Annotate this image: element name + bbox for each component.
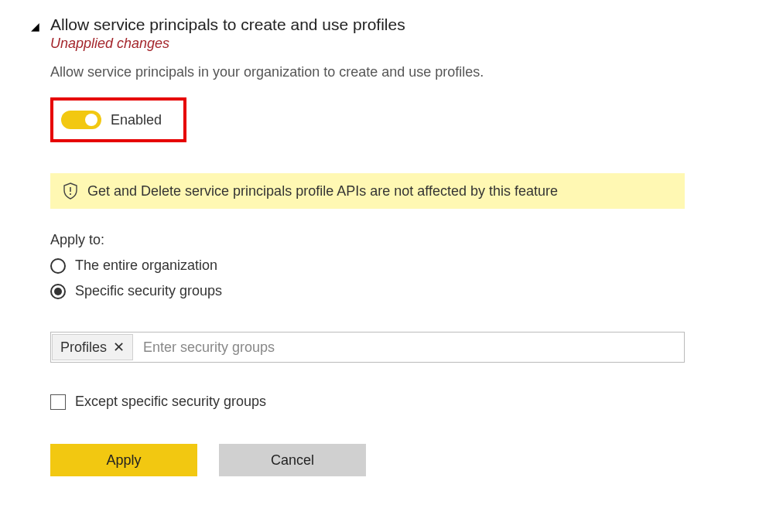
collapse-caret-icon[interactable]: ◢ xyxy=(31,15,39,32)
setting-body: Allow service principals to create and u… xyxy=(50,15,728,476)
toggle-knob xyxy=(85,114,97,126)
setting-title: Allow service principals to create and u… xyxy=(50,15,728,34)
radio-selected-dot xyxy=(54,288,62,295)
security-group-chip: Profiles ✕ xyxy=(52,334,133,360)
toggle-state-label: Enabled xyxy=(111,112,162,128)
info-banner: Get and Delete service principals profil… xyxy=(50,173,685,209)
shield-warning-icon xyxy=(63,182,78,200)
info-banner-text: Get and Delete service principals profil… xyxy=(87,183,558,200)
apply-button[interactable]: Apply xyxy=(50,444,197,476)
except-groups-checkbox[interactable] xyxy=(50,394,66,410)
apply-to-label: Apply to: xyxy=(50,232,728,248)
unapplied-changes-label: Unapplied changes xyxy=(50,36,728,52)
chip-remove-icon[interactable]: ✕ xyxy=(113,339,125,356)
enabled-toggle-highlight: Enabled xyxy=(50,97,186,142)
cancel-button[interactable]: Cancel xyxy=(219,444,366,476)
radio-label: The entire organization xyxy=(75,257,217,274)
setting-section: ◢ Allow service principals to create and… xyxy=(31,15,728,476)
radio-specific-security-groups[interactable]: Specific security groups xyxy=(50,283,728,299)
except-groups-checkbox-row[interactable]: Except specific security groups xyxy=(50,394,728,410)
radio-entire-organization[interactable]: The entire organization xyxy=(50,257,728,274)
except-groups-label: Except specific security groups xyxy=(75,394,266,410)
enabled-toggle[interactable] xyxy=(61,111,101,129)
radio-icon xyxy=(50,284,66,299)
action-buttons: Apply Cancel xyxy=(50,444,728,476)
security-groups-input-row: Profiles ✕ xyxy=(50,332,685,363)
svg-point-1 xyxy=(70,193,71,195)
radio-label: Specific security groups xyxy=(75,283,222,299)
setting-description: Allow service principals in your organiz… xyxy=(50,64,728,80)
security-groups-input[interactable] xyxy=(134,332,684,362)
chip-label: Profiles xyxy=(60,339,107,356)
radio-icon xyxy=(50,258,66,274)
